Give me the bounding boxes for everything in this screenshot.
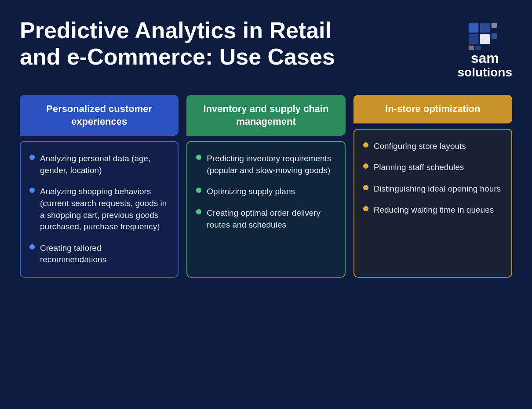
list-item: Reducing waiting time in queues (363, 204, 503, 216)
list-item: Analyzing personal data (age, gender, lo… (29, 153, 169, 176)
logo-text: sam solutions (458, 51, 512, 80)
bullet-icon (196, 209, 201, 214)
list-item: Distinguishing ideal opening hours (363, 183, 503, 195)
bullet-icon (29, 244, 35, 250)
bullet-icon (29, 188, 35, 193)
list-item-text: Analyzing personal data (age, gender, lo… (40, 153, 169, 176)
svg-rect-7 (475, 46, 481, 50)
page-container: Predictive Analytics in Retail and e-Com… (0, 0, 532, 409)
list-item: Optimizing supply plans (196, 186, 335, 198)
list-item-text: Planning staff schedules (374, 162, 464, 174)
bullet-icon (363, 142, 368, 148)
list-item-text: Distinguishing ideal opening hours (374, 183, 501, 195)
column-content-instore: Configuring store layoutsPlanning staff … (353, 129, 512, 278)
column-personalized: Personalized customer experiencesAnalyzi… (20, 95, 179, 278)
list-item-text: Creating optimal order delivery routes a… (207, 207, 335, 231)
svg-rect-5 (491, 33, 496, 39)
svg-rect-1 (480, 23, 490, 33)
svg-rect-0 (468, 23, 478, 33)
list-item-text: Configuring store layouts (374, 141, 466, 152)
list-item-text: Analyzing shopping behaviors (current se… (40, 186, 169, 232)
bullet-icon (196, 188, 201, 193)
list-item: Predicting inventory requirements (popul… (196, 153, 335, 176)
list-item: Configuring store layouts (363, 141, 503, 152)
column-header-instore: In-store optimization (353, 95, 512, 123)
bullet-icon (29, 155, 35, 160)
list-item-text: Reducing waiting time in queues (374, 204, 494, 216)
header: Predictive Analytics in Retail and e-Com… (20, 18, 512, 80)
list-item-text: Optimizing supply plans (207, 186, 295, 198)
list-item-text: Creating tailored recommendations (40, 243, 169, 266)
list-item: Creating optimal order delivery routes a… (196, 207, 335, 231)
column-instore: In-store optimizationConfiguring store l… (353, 95, 512, 278)
column-content-personalized: Analyzing personal data (age, gender, lo… (20, 141, 179, 278)
column-header-personalized: Personalized customer experiences (20, 95, 179, 136)
list-item: Creating tailored recommendations (29, 243, 169, 266)
svg-rect-4 (480, 34, 490, 44)
column-header-inventory: Inventory and supply chain management (186, 95, 345, 136)
bullet-icon (363, 163, 368, 169)
column-inventory: Inventory and supply chain managementPre… (186, 95, 345, 278)
bullet-icon (196, 155, 201, 160)
svg-rect-2 (491, 23, 496, 28)
list-item: Planning staff schedules (363, 162, 503, 174)
bullet-icon (363, 185, 368, 190)
logo: sam solutions (458, 18, 512, 80)
column-content-inventory: Predicting inventory requirements (popul… (186, 141, 345, 278)
page-title: Predictive Analytics in Retail and e-Com… (20, 18, 354, 70)
svg-rect-3 (468, 34, 478, 44)
bullet-icon (363, 206, 368, 211)
columns-container: Personalized customer experiencesAnalyzi… (20, 95, 512, 278)
list-item-text: Predicting inventory requirements (popul… (207, 153, 335, 176)
svg-rect-6 (468, 46, 474, 50)
logo-icon (467, 22, 503, 51)
list-item: Analyzing shopping behaviors (current se… (29, 186, 169, 232)
